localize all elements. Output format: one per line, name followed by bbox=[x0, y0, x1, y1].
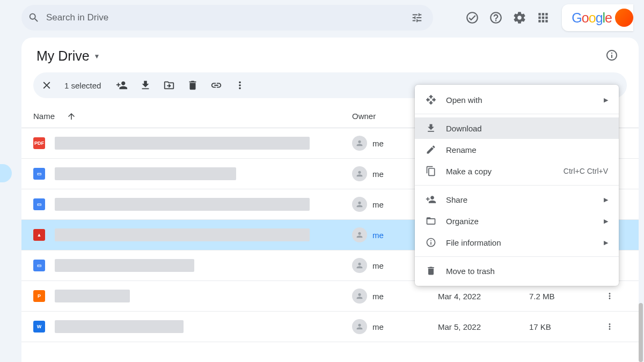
cm-open-with[interactable]: Open with ▶ bbox=[415, 89, 619, 110]
chevron-down-icon[interactable]: ▼ bbox=[94, 53, 100, 60]
file-name-redacted bbox=[55, 228, 310, 241]
selection-count: 1 selected bbox=[64, 81, 101, 90]
file-name-redacted bbox=[55, 137, 310, 150]
row-more-button[interactable] bbox=[599, 322, 620, 331]
owner-avatar bbox=[352, 166, 367, 181]
scrollbar-thumb[interactable] bbox=[639, 303, 643, 362]
col-name-label[interactable]: Name bbox=[33, 112, 55, 121]
info-icon bbox=[605, 49, 618, 62]
scrollbar[interactable] bbox=[638, 39, 644, 361]
owner-label: me bbox=[372, 322, 384, 331]
google-logo: Google bbox=[572, 10, 612, 26]
cell-owner: me bbox=[352, 289, 438, 304]
cell-name: ▲ bbox=[33, 228, 352, 241]
heading-row: My Drive ▼ bbox=[21, 38, 639, 70]
file-type-icon: W bbox=[33, 321, 45, 333]
cell-size: 7.2 MB bbox=[529, 292, 599, 301]
file-type-icon: ▲ bbox=[33, 229, 45, 241]
cm-rename[interactable]: Rename bbox=[415, 139, 619, 160]
page-title[interactable]: My Drive bbox=[36, 48, 90, 64]
help-icon[interactable] bbox=[489, 11, 503, 25]
cm-download-label: Download bbox=[446, 124, 608, 133]
search-placeholder: Search in Drive bbox=[46, 12, 401, 23]
cell-modified: Mar 5, 2022 bbox=[438, 322, 529, 331]
cm-share-label: Share bbox=[446, 195, 594, 204]
filter-button[interactable] bbox=[407, 8, 427, 27]
owner-label: me bbox=[372, 292, 384, 301]
file-type-icon: ▭ bbox=[33, 260, 45, 271]
ready-icon[interactable] bbox=[465, 11, 479, 25]
owner-avatar bbox=[352, 197, 367, 212]
file-type-icon: PDF bbox=[33, 137, 45, 149]
move-icon[interactable] bbox=[163, 79, 175, 91]
search-bar[interactable]: Search in Drive bbox=[21, 5, 433, 31]
main-panel: My Drive ▼ 1 selected Name Owner PDFme▭m… bbox=[21, 38, 639, 362]
edit-icon bbox=[426, 144, 436, 155]
link-icon[interactable] bbox=[210, 79, 222, 91]
top-icons bbox=[465, 11, 550, 25]
apps-icon[interactable] bbox=[536, 11, 550, 25]
logo-area: Google bbox=[562, 4, 633, 31]
info-icon bbox=[426, 237, 436, 248]
trash-icon bbox=[426, 265, 436, 276]
cell-name: PDF bbox=[33, 137, 352, 150]
open-icon bbox=[426, 94, 436, 105]
file-type-icon: ▭ bbox=[33, 168, 45, 180]
download-icon bbox=[426, 123, 436, 134]
person-add-icon bbox=[426, 194, 436, 205]
cell-name: ▭ bbox=[33, 259, 352, 272]
table-row[interactable]: WmeMar 5, 202217 KB bbox=[21, 312, 639, 342]
sort-arrow-icon[interactable] bbox=[67, 112, 76, 121]
cell-owner: me bbox=[352, 319, 438, 334]
owner-avatar bbox=[352, 227, 367, 242]
chevron-right-icon: ▶ bbox=[604, 196, 608, 203]
row-more-button[interactable] bbox=[599, 291, 620, 301]
cm-download[interactable]: Download bbox=[415, 117, 619, 139]
cm-file-info[interactable]: File information ▶ bbox=[415, 232, 619, 253]
share-user-icon[interactable] bbox=[116, 79, 128, 91]
cell-size: 17 KB bbox=[529, 322, 599, 331]
cm-share[interactable]: Share ▶ bbox=[415, 189, 619, 210]
cm-make-copy[interactable]: Make a copy Ctrl+C Ctrl+V bbox=[415, 160, 619, 182]
topbar: Search in Drive Google bbox=[0, 0, 644, 35]
separator bbox=[415, 256, 619, 257]
owner-label: me bbox=[372, 169, 384, 179]
owner-avatar bbox=[352, 136, 367, 151]
owner-label: me bbox=[372, 231, 384, 240]
file-name-redacted bbox=[55, 259, 194, 272]
separator bbox=[415, 114, 619, 114]
more-icon[interactable] bbox=[234, 79, 246, 91]
cm-open-with-label: Open with bbox=[446, 95, 594, 105]
chevron-right-icon: ▶ bbox=[604, 218, 608, 225]
cell-name: ▭ bbox=[33, 198, 352, 211]
cm-organize-label: Organize bbox=[446, 217, 594, 226]
gear-icon[interactable] bbox=[513, 11, 526, 25]
file-type-icon: P bbox=[33, 290, 45, 302]
owner-label: me bbox=[372, 200, 384, 209]
cm-rename-label: Rename bbox=[446, 145, 608, 154]
context-menu: Open with ▶ Download Rename Make a copy … bbox=[415, 85, 619, 286]
account-avatar[interactable] bbox=[615, 9, 633, 27]
cm-trash[interactable]: Move to trash bbox=[415, 260, 619, 282]
cm-file-info-label: File information bbox=[446, 238, 594, 247]
cm-organize[interactable]: Organize ▶ bbox=[415, 210, 619, 232]
cm-trash-label: Move to trash bbox=[446, 267, 608, 276]
close-icon[interactable] bbox=[41, 79, 53, 91]
folder-icon bbox=[426, 216, 436, 226]
col-owner-label[interactable]: Owner bbox=[352, 112, 376, 121]
trash-icon[interactable] bbox=[187, 79, 199, 91]
search-icon bbox=[28, 12, 40, 24]
owner-avatar bbox=[352, 319, 367, 334]
file-name-redacted bbox=[55, 198, 310, 211]
owner-avatar bbox=[352, 289, 367, 304]
info-button[interactable] bbox=[605, 49, 618, 64]
cell-name: ▭ bbox=[33, 167, 352, 180]
cm-make-copy-shortcut: Ctrl+C Ctrl+V bbox=[564, 167, 608, 175]
owner-label: me bbox=[372, 139, 384, 148]
file-name-redacted bbox=[55, 320, 184, 333]
separator bbox=[415, 185, 619, 186]
file-name-redacted bbox=[55, 167, 236, 180]
download-icon[interactable] bbox=[140, 79, 151, 91]
file-name-redacted bbox=[55, 290, 130, 302]
chevron-right-icon: ▶ bbox=[604, 239, 608, 246]
